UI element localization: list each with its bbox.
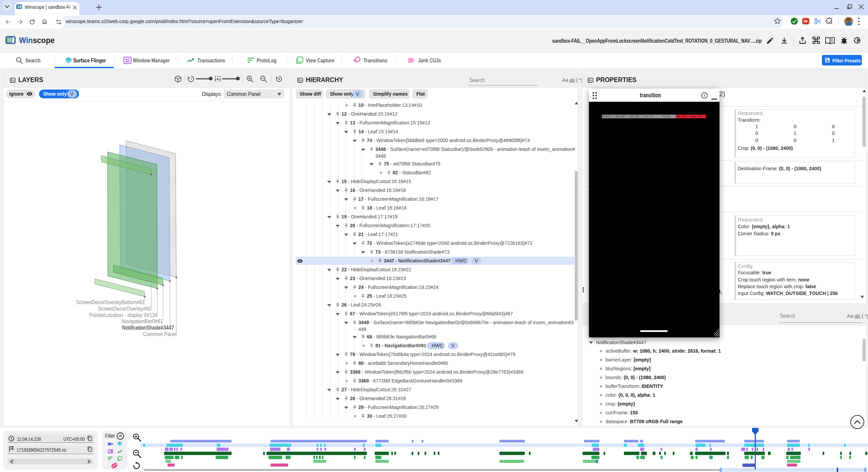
- svg-text:ScreenDecorOverlay#60: ScreenDecorOverlay#60: [98, 306, 152, 312]
- svg-text:NotificationShade#3447: NotificationShade#3447: [122, 324, 174, 331]
- svg-text:Common Panel: Common Panel: [143, 331, 177, 337]
- svg-text:NavigationBar0#81: NavigationBar0#81: [121, 318, 163, 324]
- svg-text:ScreenDecorOverlayBottom#61: ScreenDecorOverlayBottom#61: [76, 299, 145, 305]
- svg-text:PointerLocation - display 0#13: PointerLocation - display 0#134: [89, 312, 158, 318]
